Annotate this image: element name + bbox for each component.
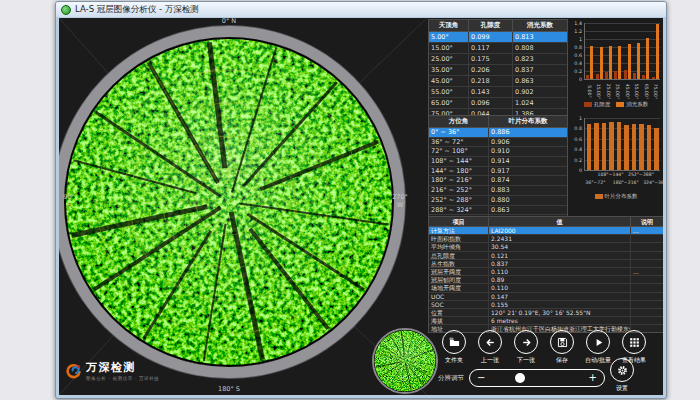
table-cell: 冠层郁闭度 bbox=[429, 276, 489, 283]
table-row[interactable]: UOC0.147 bbox=[429, 293, 663, 301]
table-row[interactable]: 5.00°0.0990.813 bbox=[429, 32, 567, 43]
bar bbox=[652, 77, 655, 79]
table-cell: 55.00° bbox=[429, 87, 469, 97]
table-row[interactable]: 45.00°0.2180.863 bbox=[429, 76, 567, 87]
tool-button-label: 上一张 bbox=[481, 356, 499, 365]
table-row[interactable]: 65.00°0.0961.024 bbox=[429, 98, 567, 109]
table-cell: 0.096 bbox=[469, 98, 513, 108]
table-cell: 0.813 bbox=[513, 32, 567, 42]
prev-button[interactable]: 上一张 bbox=[472, 330, 508, 365]
table-cell: 海拔 bbox=[429, 317, 489, 324]
resolution-slider[interactable]: − + bbox=[469, 369, 605, 387]
table-row[interactable]: 36° ~ 72°0.906 bbox=[429, 138, 567, 148]
column-header: 消光系数 bbox=[513, 20, 567, 31]
table-row[interactable]: 288° ~ 324°0.863 bbox=[429, 206, 567, 216]
canopy-image[interactable] bbox=[64, 37, 394, 367]
bar-group bbox=[600, 118, 608, 170]
table-cell: 平均叶倾角 bbox=[429, 243, 489, 250]
table-cell bbox=[631, 309, 663, 316]
table-cell: 252° ~ 288° bbox=[429, 196, 489, 205]
table-row[interactable]: 55.00°0.1430.902 bbox=[429, 87, 567, 98]
plot-area bbox=[584, 118, 660, 171]
title-bar[interactable]: LA-S 冠层图像分析仪 - 万深检测 bbox=[56, 2, 666, 17]
table-cell bbox=[631, 252, 663, 259]
legend-label: 叶片分布系数 bbox=[605, 193, 638, 200]
table-cell bbox=[631, 301, 663, 308]
column-header: 孔隙度 bbox=[469, 20, 513, 31]
table-row[interactable]: 25.00°0.1750.823 bbox=[429, 54, 567, 65]
brand-subtext: 图像分析 · 检测仪器 · 万深科技 bbox=[86, 376, 159, 381]
bar-group bbox=[608, 118, 616, 170]
settings-button[interactable]: 设置 bbox=[607, 358, 637, 393]
folder-icon bbox=[442, 330, 466, 354]
table-cell: 计算方法 bbox=[429, 227, 489, 234]
table-row[interactable]: 252° ~ 288°0.880 bbox=[429, 196, 567, 206]
compass-west-label: 270° W bbox=[391, 194, 409, 210]
slider-thumb[interactable] bbox=[515, 373, 525, 383]
table-row[interactable]: 0° ~ 36°0.886 bbox=[429, 128, 567, 138]
table-row[interactable]: 冠层开阔度0.110… bbox=[429, 268, 663, 276]
table-cell: 冠层开阔度 bbox=[429, 268, 489, 275]
table-row[interactable]: 冠层郁闭度0.89 bbox=[429, 276, 663, 284]
table-cell: 位置 bbox=[429, 309, 489, 316]
bar bbox=[624, 70, 627, 79]
table-row[interactable]: 35.00°0.2060.837 bbox=[429, 65, 567, 76]
results-table: 项目值说明 计算方法LAI2000…叶面积指数2.2431平均叶倾角30.54总… bbox=[428, 216, 663, 333]
save-button[interactable]: 保存 bbox=[544, 330, 580, 365]
x-tick-label: 5.00° bbox=[586, 85, 591, 98]
window-title: LA-S 冠层图像分析仪 - 万深检测 bbox=[75, 4, 199, 16]
bar-group bbox=[623, 118, 631, 170]
x-tick-label: 45.00° bbox=[624, 84, 629, 99]
table-cell: 0.906 bbox=[489, 138, 567, 147]
table-cell: 45.00° bbox=[429, 76, 469, 86]
y-tick-label: 0 bbox=[570, 168, 582, 173]
legend-swatch bbox=[595, 194, 603, 199]
x-tick-label: 65.00° bbox=[643, 84, 648, 99]
table-row[interactable]: 216° ~ 252°0.883 bbox=[429, 186, 567, 196]
plus-icon[interactable]: + bbox=[589, 371, 597, 385]
folder-button[interactable]: 文件夹 bbox=[436, 330, 472, 365]
table-row[interactable]: 丛生指数0.837 bbox=[429, 260, 663, 268]
table-row[interactable]: 平均叶倾角30.54 bbox=[429, 243, 663, 251]
x-tick-label: 25.00° bbox=[605, 84, 610, 99]
table-row[interactable]: 总孔隙度0.121 bbox=[429, 252, 663, 260]
preview-thumbnail[interactable] bbox=[372, 328, 438, 394]
table-cell: 65.00° bbox=[429, 98, 469, 108]
table-cell: 30.54 bbox=[489, 243, 631, 250]
table-row[interactable]: 15.00°0.1170.808 bbox=[429, 43, 567, 54]
table-cell: 0.863 bbox=[489, 206, 567, 215]
minus-icon[interactable]: − bbox=[477, 371, 485, 385]
x-tick-label: 75.00° bbox=[653, 84, 658, 99]
y-tick-label: 1 bbox=[570, 116, 582, 121]
table-row[interactable]: 180° ~ 216°0.874 bbox=[429, 176, 567, 186]
table-row[interactable]: SOC0.155 bbox=[429, 301, 663, 309]
table-row[interactable]: 计算方法LAI2000… bbox=[429, 227, 663, 235]
table-row[interactable]: 108° ~ 144°0.914 bbox=[429, 157, 567, 167]
tool-button-label: 下一张 bbox=[517, 356, 535, 365]
plot-area bbox=[584, 23, 660, 80]
column-header: 项目 bbox=[429, 217, 489, 226]
table-cell: 144° ~ 180° bbox=[429, 167, 489, 176]
table-cell: 36° ~ 72° bbox=[429, 138, 489, 147]
table-cell: 0.874 bbox=[489, 176, 567, 185]
legend-item: 消光系数 bbox=[616, 101, 648, 108]
column-header: 叶片分布系数 bbox=[489, 116, 567, 127]
table-row[interactable]: 位置120° 21' 0.19"E, 30° 16' 52.55"N bbox=[429, 309, 663, 317]
next-button[interactable]: 下一张 bbox=[508, 330, 544, 365]
bar bbox=[587, 124, 592, 170]
table-row[interactable]: 144° ~ 180°0.917 bbox=[429, 167, 567, 177]
table-cell: 0.914 bbox=[489, 157, 567, 166]
table-header-row: 方位角叶片分布系数 bbox=[429, 116, 567, 128]
table-row[interactable]: 场地开阔度0.110 bbox=[429, 284, 663, 292]
table-cell: 叶面积指数 bbox=[429, 235, 489, 242]
legend-item: 叶片分布系数 bbox=[595, 193, 638, 200]
table-cell: 0.902 bbox=[513, 87, 567, 97]
bar bbox=[609, 122, 614, 170]
table-row[interactable]: 72° ~ 108°0.910 bbox=[429, 147, 567, 157]
arrow-right-icon bbox=[514, 330, 538, 354]
table-row[interactable]: 海拔6 metres bbox=[429, 317, 663, 325]
gear-icon bbox=[610, 358, 634, 382]
table-cell: 5.00° bbox=[429, 32, 469, 42]
table-row[interactable]: 叶面积指数2.2431 bbox=[429, 235, 663, 243]
leaf-distribution-chart: 00.20.40.60.81 36°~72°108°~144°180°~216°… bbox=[570, 114, 662, 214]
